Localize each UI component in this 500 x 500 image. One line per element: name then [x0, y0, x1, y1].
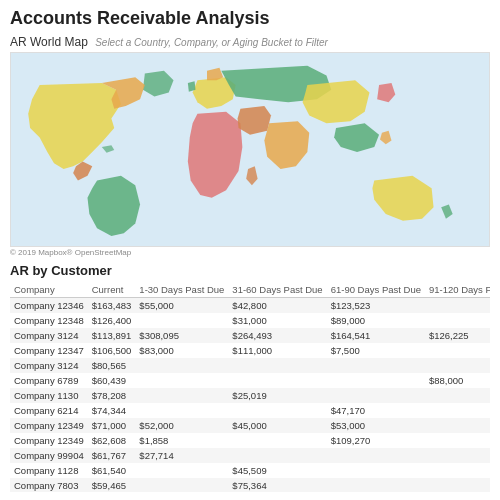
table-cell — [327, 463, 425, 478]
table-cell: $60,439 — [88, 373, 136, 388]
table-cell: $80,565 — [88, 358, 136, 373]
table-body: Company 12346$163,483$55,000$42,800$123,… — [10, 298, 490, 493]
table-row[interactable]: Company 12347$106,500$83,000$111,000$7,5… — [10, 343, 490, 358]
table-cell — [135, 313, 228, 328]
table-cell: Company 12349 — [10, 433, 88, 448]
table-cell: Company 12349 — [10, 418, 88, 433]
table-row[interactable]: Company 12346$163,483$55,000$42,800$123,… — [10, 298, 490, 314]
table-row[interactable]: Company 7803$59,465$75,364 — [10, 478, 490, 492]
table-cell: $123,523 — [327, 298, 425, 314]
table-cell — [135, 373, 228, 388]
table-cell — [327, 373, 425, 388]
table-cell: $47,170 — [327, 403, 425, 418]
table-cell — [425, 388, 490, 403]
table-cell — [228, 403, 326, 418]
table-row[interactable]: Company 3124$113,891$308,095$264,493$164… — [10, 328, 490, 343]
col-header-91-120[interactable]: 91-120 Days Past Due — [425, 282, 490, 298]
map-svg — [11, 53, 489, 246]
table-cell: Company 6789 — [10, 373, 88, 388]
table-cell: $88,000 — [425, 373, 490, 388]
table-row[interactable]: Company 99904$61,767$27,714 — [10, 448, 490, 463]
table-cell — [425, 463, 490, 478]
table-cell — [135, 478, 228, 492]
table-cell: $45,509 — [228, 463, 326, 478]
page-title: Accounts Receivable Analysis — [10, 8, 490, 29]
map-label: AR World Map Select a Country, Company, … — [10, 35, 490, 49]
table-cell: $78,208 — [88, 388, 136, 403]
table-cell: $74,344 — [88, 403, 136, 418]
table-cell: $308,095 — [135, 328, 228, 343]
table-row[interactable]: Company 6214$74,344$47,170 — [10, 403, 490, 418]
table-cell: Company 7803 — [10, 478, 88, 492]
table-cell: $75,364 — [228, 478, 326, 492]
table-cell — [135, 358, 228, 373]
table-cell: $126,225 — [425, 328, 490, 343]
table-cell — [135, 388, 228, 403]
table-cell — [327, 358, 425, 373]
col-header-current[interactable]: Current — [88, 282, 136, 298]
table-cell: $109,270 — [327, 433, 425, 448]
table-cell: $89,000 — [327, 313, 425, 328]
col-header-31-60[interactable]: 31-60 Days Past Due — [228, 282, 326, 298]
table-cell — [425, 358, 490, 373]
table-row[interactable]: Company 12349$71,000$52,000$45,000$53,00… — [10, 418, 490, 433]
table-cell: $71,000 — [88, 418, 136, 433]
table-row[interactable]: Company 1130$78,208$25,019 — [10, 388, 490, 403]
table-cell: $7,500 — [327, 343, 425, 358]
table-row[interactable]: Company 12348$126,400$31,000$89,000 — [10, 313, 490, 328]
table-cell: Company 12346 — [10, 298, 88, 314]
table-row[interactable]: Company 1128$61,540$45,509 — [10, 463, 490, 478]
table-cell — [425, 298, 490, 314]
table-cell: $113,891 — [88, 328, 136, 343]
table-row[interactable]: Company 6789$60,439$88,000 — [10, 373, 490, 388]
table-section: AR by Customer Company Current 1-30 Days… — [10, 263, 490, 492]
col-header-61-90[interactable]: 61-90 Days Past Due — [327, 282, 425, 298]
col-header-1-30[interactable]: 1-30 Days Past Due — [135, 282, 228, 298]
table-cell: $52,000 — [135, 418, 228, 433]
table-cell: $111,000 — [228, 343, 326, 358]
table-cell: $42,800 — [228, 298, 326, 314]
table-cell: $59,465 — [88, 478, 136, 492]
table-cell: Company 1130 — [10, 388, 88, 403]
table-cell: $45,000 — [228, 418, 326, 433]
table-cell: $61,767 — [88, 448, 136, 463]
table-cell: $83,000 — [135, 343, 228, 358]
table-row[interactable]: Company 12349$62,608$1,858$109,270 — [10, 433, 490, 448]
table-cell — [425, 448, 490, 463]
map-attribution: © 2019 Mapbox® OpenStreetMap — [10, 248, 490, 257]
table-cell: Company 6214 — [10, 403, 88, 418]
table-header-row: Company Current 1-30 Days Past Due 31-60… — [10, 282, 490, 298]
table-row[interactable]: Company 3124$80,565 — [10, 358, 490, 373]
table-cell — [327, 448, 425, 463]
table-cell — [327, 388, 425, 403]
table-cell — [228, 358, 326, 373]
table-cell: Company 12348 — [10, 313, 88, 328]
table-cell — [135, 463, 228, 478]
table-cell — [425, 418, 490, 433]
table-cell: $106,500 — [88, 343, 136, 358]
table-cell — [228, 448, 326, 463]
app-container: Accounts Receivable Analysis AR World Ma… — [0, 0, 500, 500]
table-cell: $1,858 — [135, 433, 228, 448]
table-cell: $163,483 — [88, 298, 136, 314]
col-header-company[interactable]: Company — [10, 282, 88, 298]
table-cell: Company 3124 — [10, 328, 88, 343]
map-section: AR World Map Select a Country, Company, … — [10, 35, 490, 263]
map-instruction-text: Select a Country, Company, or Aging Buck… — [95, 37, 328, 48]
table-cell: Company 3124 — [10, 358, 88, 373]
table-cell: $53,000 — [327, 418, 425, 433]
table-cell: Company 99904 — [10, 448, 88, 463]
table-cell — [425, 343, 490, 358]
table-cell — [228, 373, 326, 388]
table-cell — [425, 433, 490, 448]
table-cell — [135, 403, 228, 418]
table-cell: $126,400 — [88, 313, 136, 328]
table-title: AR by Customer — [10, 263, 490, 278]
ar-table: Company Current 1-30 Days Past Due 31-60… — [10, 282, 490, 492]
table-cell: $164,541 — [327, 328, 425, 343]
table-cell — [425, 478, 490, 492]
table-cell — [327, 478, 425, 492]
table-cell — [425, 403, 490, 418]
world-map[interactable] — [10, 52, 490, 247]
map-title-text: AR World Map — [10, 35, 88, 49]
